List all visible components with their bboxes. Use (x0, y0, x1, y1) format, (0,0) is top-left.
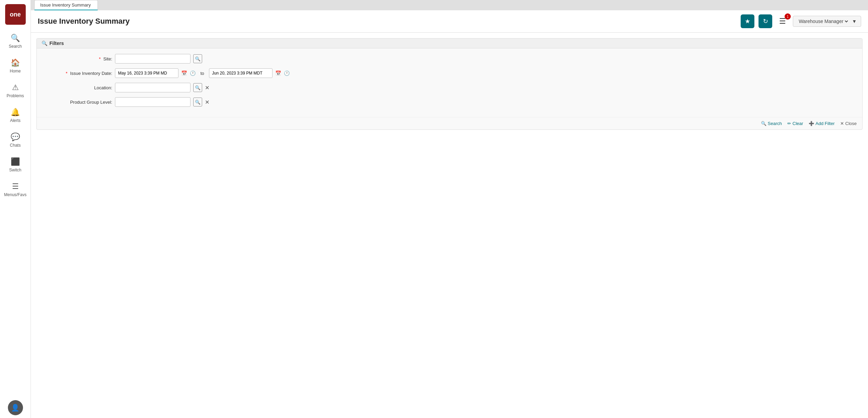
switch-icon: ⬛ (11, 157, 20, 166)
location-search-icon: 🔍 (195, 85, 200, 90)
filter-row-product-group-level: Product Group Level: 🔍 ✕ (44, 97, 855, 107)
product-group-level-input[interactable] (115, 97, 190, 107)
tab-bar: Issue Inventory Summary (31, 0, 868, 10)
date-from-calendar-icon[interactable]: 📅 (181, 70, 187, 76)
role-dropdown[interactable]: Warehouse Manager Admin User ▼ (793, 16, 861, 27)
chevron-down-icon: ▼ (852, 19, 857, 24)
close-icon: ✕ (840, 121, 844, 126)
filters-header: 🔍 Filters (37, 38, 862, 48)
filters-actions: 🔍 Search ✏ Clear ➕ Add Filter ✕ Close (37, 117, 862, 129)
date-to-calendar-icon[interactable]: 📅 (275, 70, 281, 76)
app-logo[interactable]: one (5, 4, 26, 25)
filter-row-issue-inventory-date: * Issue Inventory Date: 📅 🕐 to 📅 🕐 (44, 68, 855, 78)
sidebar-item-label: Home (10, 69, 21, 74)
date-from-clock-icon[interactable]: 🕐 (190, 70, 196, 76)
search-button[interactable]: 🔍 Search (761, 121, 782, 126)
sidebar-item-problems[interactable]: ⚠ Problems (0, 78, 31, 103)
page-title: Issue Inventory Summary (38, 17, 737, 26)
site-search-button[interactable]: 🔍 (193, 54, 202, 63)
add-filter-icon: ➕ (809, 121, 814, 126)
sidebar-item-switch[interactable]: ⬛ Switch (0, 152, 31, 177)
menu-badge: 1 (785, 13, 791, 20)
filters-title: Filters (49, 41, 64, 46)
sidebar-item-label: Alerts (10, 118, 21, 123)
clear-button-label: Clear (792, 121, 803, 126)
location-label: Location: (44, 85, 112, 90)
sidebar-item-label: Search (9, 44, 22, 49)
date-from-input[interactable] (115, 68, 178, 78)
location-search-button[interactable]: 🔍 (193, 83, 202, 92)
content-area: 🔍 Filters * Site: 🔍 (31, 33, 868, 418)
filter-search-icon: 🔍 (42, 41, 47, 46)
refresh-icon: ↻ (763, 18, 768, 25)
favorite-button[interactable]: ★ (741, 14, 754, 28)
main-area: Issue Inventory Summary Issue Inventory … (31, 0, 868, 418)
filters-panel: 🔍 Filters * Site: 🔍 (36, 38, 863, 130)
site-required-star: * (99, 56, 101, 61)
star-icon: ★ (745, 18, 750, 25)
site-input[interactable] (115, 54, 190, 64)
role-select[interactable]: Warehouse Manager Admin User (797, 18, 849, 24)
date-required-star: * (66, 71, 67, 76)
warning-icon: ⚠ (12, 83, 19, 92)
date-to-clock-icon[interactable]: 🕐 (284, 70, 290, 76)
product-group-search-icon: 🔍 (195, 100, 200, 105)
refresh-button[interactable]: ↻ (759, 14, 772, 28)
product-group-search-button[interactable]: 🔍 (193, 98, 202, 106)
sidebar-item-home[interactable]: 🏠 Home (0, 54, 31, 78)
product-group-clear-button[interactable]: ✕ (205, 99, 209, 105)
close-button[interactable]: ✕ Close (840, 121, 857, 126)
sidebar-item-menus[interactable]: ☰ Menus/Favs (0, 177, 31, 202)
sidebar-item-label: Chats (10, 143, 21, 148)
avatar-icon: 👤 (11, 404, 20, 412)
clear-action-icon: ✏ (787, 121, 791, 126)
filter-row-site: * Site: 🔍 (44, 54, 855, 64)
menu-icon: ☰ (12, 182, 19, 191)
home-icon: 🏠 (11, 58, 20, 67)
sidebar-item-search[interactable]: 🔍 Search (0, 29, 31, 54)
issue-inventory-date-label: * Issue Inventory Date: (44, 71, 112, 76)
sidebar-item-chats[interactable]: 💬 Chats (0, 128, 31, 152)
date-to-label: to (200, 71, 204, 76)
sidebar-item-label: Menus/Favs (4, 192, 26, 197)
search-action-icon: 🔍 (761, 121, 766, 126)
filters-body: * Site: 🔍 * Issue Inventory Date: 📅 (37, 48, 862, 117)
tab-issue-inventory-summary[interactable]: Issue Inventory Summary (34, 0, 98, 10)
filter-row-location: Location: 🔍 ✕ (44, 83, 855, 92)
clear-button[interactable]: ✏ Clear (787, 121, 803, 126)
sidebar-item-alerts[interactable]: 🔔 Alerts (0, 103, 31, 128)
sidebar-item-label: Problems (7, 93, 24, 98)
location-input[interactable] (115, 83, 190, 92)
search-icon: 🔍 (11, 34, 20, 43)
close-label: Close (845, 121, 857, 126)
sidebar-bottom: 👤 (0, 397, 31, 418)
add-filter-button[interactable]: ➕ Add Filter (809, 121, 835, 126)
date-to-input[interactable] (209, 68, 273, 78)
site-label: * Site: (44, 56, 112, 61)
user-avatar[interactable]: 👤 (8, 400, 23, 415)
product-group-level-label: Product Group Level: (44, 100, 112, 105)
tab-label: Issue Inventory Summary (40, 2, 91, 8)
add-filter-label: Add Filter (815, 121, 835, 126)
chat-icon: 💬 (11, 133, 20, 142)
bell-icon: 🔔 (11, 108, 20, 117)
page-header: Issue Inventory Summary ★ ↻ ☰ 1 Warehous… (31, 10, 868, 33)
location-clear-button[interactable]: ✕ (205, 84, 209, 91)
sidebar: one 🔍 Search 🏠 Home ⚠ Problems 🔔 Alerts … (0, 0, 31, 418)
sidebar-item-label: Switch (9, 168, 21, 172)
site-search-icon: 🔍 (195, 56, 200, 61)
search-button-label: Search (768, 121, 782, 126)
action-menu-button[interactable]: ☰ 1 (776, 15, 789, 27)
